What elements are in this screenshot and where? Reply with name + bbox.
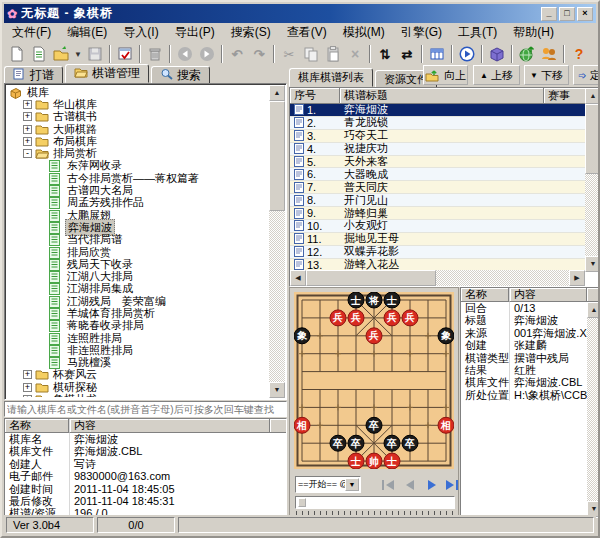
board-piece-卒[interactable]: 卒: [330, 435, 346, 451]
forward-icon[interactable]: [196, 43, 218, 65]
list-vertical-scrollbar[interactable]: ▲ ▼: [585, 88, 600, 272]
community-icon[interactable]: [538, 43, 560, 65]
scroll-up-icon[interactable]: ▲: [585, 88, 600, 104]
info-scrollbar[interactable]: ▲ ▼: [587, 302, 600, 517]
tree-item-马跳檀溪[interactable]: 马跳檀溪: [7, 357, 268, 369]
list-horizontal-scrollbar[interactable]: ◀ ▶: [290, 270, 585, 286]
undo-icon[interactable]: ↶: [226, 43, 248, 65]
expand-icon[interactable]: +: [23, 112, 32, 121]
tree-item-江湖八大排局[interactable]: 江湖八大排局: [7, 270, 268, 282]
swap-horizontal-icon[interactable]: ⇄: [396, 43, 418, 65]
tab-棋库棋谱列表[interactable]: 棋库棋谱列表: [289, 68, 373, 87]
tree-item-大鹏展翅[interactable]: 大鹏展翅: [7, 209, 268, 221]
tree-item-古今排局赏析——蒋权篇著[interactable]: 古今排局赏析——蒋权篇著: [7, 172, 268, 184]
play-icon[interactable]: [456, 43, 478, 65]
tree-item-蒋晓春收录排局[interactable]: 蒋晓春收录排局: [7, 320, 268, 332]
tree-item-华山棋库[interactable]: +华山棋库: [7, 98, 268, 110]
grid-view-icon[interactable]: [426, 43, 448, 65]
tab-搜索[interactable]: 搜索: [151, 66, 210, 83]
engine-icon[interactable]: [486, 43, 508, 65]
tree-item-古谱棋书[interactable]: +古谱棋书: [7, 111, 268, 123]
cut-icon[interactable]: ✂: [278, 43, 300, 65]
board-piece-士[interactable]: 士: [348, 292, 364, 308]
board-piece-相[interactable]: 相: [438, 417, 454, 433]
open-dropdown-arrow-icon[interactable]: ▼: [72, 43, 84, 65]
column-header-title[interactable]: 棋谱标题: [340, 88, 544, 104]
move-list-dropdown[interactable]: ==开始== @ ▼: [295, 476, 361, 493]
tree-item-连照胜排局[interactable]: 连照胜排局: [7, 332, 268, 344]
scroll-down-icon[interactable]: ▼: [585, 256, 600, 272]
column-header[interactable]: 内容: [509, 288, 587, 302]
tree-item-非连照胜排局[interactable]: 非连照胜排局: [7, 344, 268, 356]
chevron-down-icon[interactable]: ▼: [345, 478, 359, 491]
edit-position-icon[interactable]: [114, 43, 136, 65]
expand-icon[interactable]: +: [23, 125, 32, 134]
close-button[interactable]: ×: [577, 7, 593, 21]
back-icon[interactable]: [174, 43, 196, 65]
new-document-icon[interactable]: [6, 43, 28, 65]
board-piece-士[interactable]: 士: [384, 453, 400, 469]
tree-scrollbar[interactable]: ▲ ▼: [269, 85, 285, 398]
column-header-seq[interactable]: 序号: [290, 88, 340, 104]
board-piece-兵[interactable]: 兵: [384, 310, 400, 326]
first-move-button[interactable]: [378, 477, 397, 493]
menu-导出P[interactable]: 导出(P): [167, 22, 223, 43]
collapse-icon[interactable]: -: [23, 149, 32, 158]
tree-item-布局棋库[interactable]: +布局棋库: [7, 135, 268, 147]
menu-帮助H[interactable]: 帮助(H): [505, 22, 562, 43]
board-piece-象[interactable]: 象: [438, 328, 454, 344]
column-header[interactable]: 名称: [5, 419, 69, 433]
xiangqi-board[interactable]: 士将士兵兵兵兵象兵象相卒相卒卒卒卒士帅士: [294, 292, 454, 469]
tree-item-排局欣赏[interactable]: 排局欣赏: [7, 246, 268, 258]
menu-搜索S[interactable]: 搜索(S): [223, 22, 279, 43]
sort-vertical-icon[interactable]: ⇅: [374, 43, 396, 65]
board-piece-兵[interactable]: 兵: [402, 310, 418, 326]
menu-编辑E[interactable]: 编辑(E): [59, 22, 115, 43]
copy-icon[interactable]: [300, 43, 322, 65]
tree-item-棋研探秘[interactable]: +棋研探秘: [7, 381, 268, 393]
board-piece-兵[interactable]: 兵: [348, 310, 364, 326]
scroll-down-icon[interactable]: ▼: [269, 382, 285, 398]
menu-查看V[interactable]: 查看(V): [279, 22, 335, 43]
expand-icon[interactable]: +: [23, 395, 32, 397]
library-search-input[interactable]: [4, 401, 287, 417]
next-move-button[interactable]: [422, 477, 441, 493]
menu-文件F[interactable]: 文件(F): [4, 22, 59, 43]
board-piece-相[interactable]: 相: [294, 417, 310, 433]
board-piece-将[interactable]: 将: [366, 292, 382, 308]
expand-icon[interactable]: +: [23, 100, 32, 109]
new-library-icon[interactable]: [28, 43, 50, 65]
menu-引擎G[interactable]: 引擎(G): [393, 22, 450, 43]
expand-icon[interactable]: +: [23, 370, 32, 379]
tree-item-棋库[interactable]: 棋库: [7, 86, 268, 98]
menu-工具T[interactable]: 工具(T): [450, 22, 505, 43]
board-piece-士[interactable]: 士: [348, 453, 364, 469]
menu-模拟M[interactable]: 模拟(M): [335, 22, 393, 43]
scroll-left-icon[interactable]: ◀: [290, 270, 306, 286]
tree-item-大师棋路[interactable]: +大师棋路: [7, 123, 268, 135]
expand-icon[interactable]: +: [23, 137, 32, 146]
upload-web-icon[interactable]: [516, 43, 538, 65]
previous-move-button[interactable]: [400, 477, 419, 493]
board-piece-象[interactable]: 象: [294, 328, 310, 344]
move-down-button[interactable]: ▼ 下移: [524, 65, 569, 85]
tree-item-当代排局谱[interactable]: 当代排局谱: [7, 234, 268, 246]
tree-item-残局天下收录[interactable]: 残局天下收录: [7, 258, 268, 270]
tree-item-排局赏析[interactable]: -排局赏析: [7, 147, 268, 159]
last-move-button[interactable]: [442, 477, 461, 493]
tree-item-周孟芳残排作品[interactable]: 周孟芳残排作品: [7, 197, 268, 209]
title-bar[interactable]: ✿ 无标题 - 象棋桥 _ □ ×: [4, 4, 596, 23]
menu-导入I[interactable]: 导入(I): [115, 22, 166, 43]
board-piece-卒[interactable]: 卒: [348, 435, 364, 451]
board-piece-卒[interactable]: 卒: [384, 435, 400, 451]
tree-item-弈海烟波[interactable]: 弈海烟波: [7, 221, 268, 233]
slider-handle[interactable]: [298, 498, 306, 507]
board-piece-兵[interactable]: 兵: [366, 328, 382, 344]
scroll-up-icon[interactable]: ▲: [587, 302, 600, 318]
tab-打谱[interactable]: 打谱: [4, 66, 63, 83]
minimize-button[interactable]: _: [541, 7, 557, 21]
scroll-right-icon[interactable]: ▶: [569, 270, 585, 286]
scroll-up-icon[interactable]: ▲: [269, 85, 285, 101]
save-icon[interactable]: [84, 43, 106, 65]
remove-icon[interactable]: ×: [344, 43, 366, 65]
